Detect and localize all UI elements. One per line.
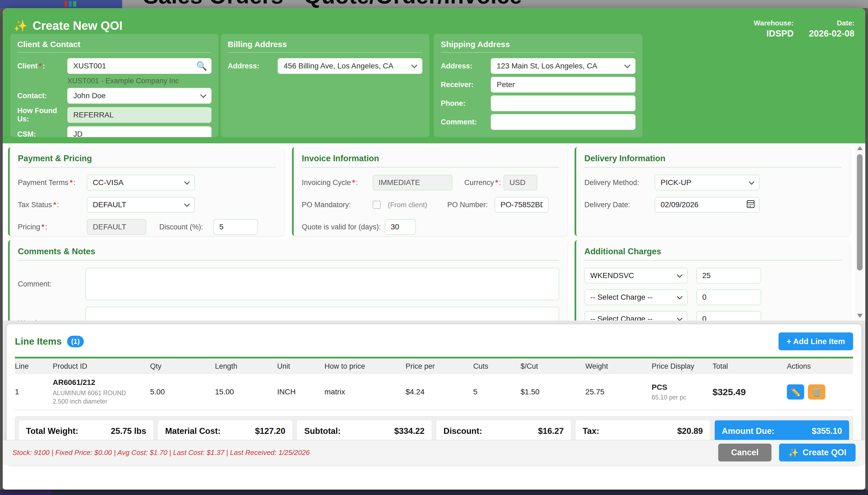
warehouse-info: Warehouse: IDSPD — [753, 19, 794, 39]
sparkles-icon: ✨ — [14, 19, 28, 32]
product-cell: AR6061/212 ALUMINUM 6061 ROUND 2.500 inc… — [53, 378, 150, 406]
po-mandatory-checkbox[interactable] — [372, 201, 381, 209]
modal-title: ✨ Create New QOI — [14, 19, 122, 32]
warning-textarea[interactable] — [85, 307, 559, 321]
how-found-input — [67, 107, 211, 123]
phone-input[interactable] — [491, 96, 636, 111]
billing-address-select[interactable]: 456 Billing Ave, Los Angeles, CA — [278, 58, 422, 74]
background-page-title: Sales Orders - Quote/Order/Invoice — [143, 0, 522, 7]
csm-input[interactable] — [67, 126, 211, 137]
modal-lower-zone: Line Items (1) + Add Line Item Line Prod… — [3, 321, 865, 465]
invoice-information-title: Invoice Information — [302, 154, 559, 168]
charge-amount-input[interactable] — [696, 268, 761, 284]
column-header-qty: Qty — [150, 362, 215, 371]
invoicing-cycle-label: Invoicing Cycle*: — [302, 178, 372, 187]
column-header-price-display: Price Display — [652, 362, 713, 371]
payment-pricing-card: Payment & Pricing Payment Terms*: CC-VIS… — [8, 147, 284, 236]
shipping-comment-label: Comment: — [441, 118, 491, 126]
po-number-label: PO Number: — [447, 201, 494, 209]
payment-pricing-title: Payment & Pricing — [18, 154, 276, 168]
comment-textarea[interactable] — [85, 268, 559, 300]
modal-footer: Stock: 9100 | Fixed Price: $0.00 | Avg C… — [3, 440, 865, 465]
tax-status-select[interactable]: DEFAULT — [87, 197, 195, 212]
invoicing-cycle-value: IMMEDIATE — [372, 175, 452, 190]
date-label: Date: — [809, 19, 854, 27]
date-value: 2026-02-08 — [809, 29, 854, 39]
scroll-down-arrow-icon[interactable] — [857, 314, 863, 318]
trash-icon: 🗑️ — [812, 387, 821, 397]
background-taskbar-accent — [0, 490, 51, 495]
background-page-topbar: Sales Orders - Quote/Order/Invoice — [0, 0, 868, 8]
pricing-label: Pricing*: — [18, 223, 87, 231]
cancel-button[interactable]: Cancel — [718, 444, 772, 461]
modal-title-text: Create New QOI — [32, 19, 122, 32]
currency-value: USD — [503, 175, 537, 190]
search-icon[interactable]: 🔍 — [196, 61, 207, 71]
price-display-cell: PCS 65.10 per pc — [652, 383, 713, 401]
charge-select[interactable]: -- Select Charge -- — [584, 311, 688, 321]
quote-valid-input[interactable] — [385, 219, 416, 235]
how-to-price-value: matrix — [325, 388, 405, 396]
column-header-total: Total — [713, 362, 787, 371]
unit-value: INCH — [277, 388, 325, 396]
add-line-item-button[interactable]: + Add Line Item — [779, 332, 853, 350]
scroll-up-arrow-icon[interactable] — [857, 146, 863, 150]
how-found-label: How Found Us: — [17, 106, 67, 123]
subtotal-box: Subtotal:$334.22 — [297, 420, 432, 442]
po-number-input[interactable] — [494, 197, 549, 212]
column-header-unit: Unit — [277, 362, 325, 371]
create-qoi-modal: ✨ Create New QOI Warehouse: IDSPD Date: … — [3, 8, 865, 490]
client-id-input[interactable] — [67, 58, 211, 74]
stock-info-text: Stock: 9100 | Fixed Price: $0.00 | Avg C… — [13, 448, 310, 457]
background-app-icon — [64, 1, 76, 7]
price-display-unit: PCS — [652, 383, 713, 392]
delivery-method-select[interactable]: PICK-UP — [655, 175, 760, 190]
delete-line-item-button[interactable]: 🗑️ — [808, 385, 825, 399]
additional-charges-title: Additional Charges — [584, 247, 842, 261]
billing-address-card: Billing Address Address: 456 Billing Ave… — [221, 34, 429, 137]
material-cost-box: Material Cost:$127.20 — [158, 420, 293, 442]
additional-charges-card: Additional Charges WKENDSVC -- Select Ch… — [575, 240, 850, 321]
modal-header: ✨ Create New QOI Warehouse: IDSPD Date: … — [3, 8, 865, 143]
scrollbar-thumb[interactable] — [857, 154, 863, 271]
billing-address-title: Billing Address — [228, 40, 422, 53]
line-total-value: $325.49 — [713, 387, 787, 397]
shipping-address-select[interactable]: 123 Main St, Los Angeles, CA — [491, 58, 636, 74]
edit-line-item-button[interactable]: ✏️ — [787, 385, 804, 399]
column-header-cut-price: $/Cut — [521, 362, 586, 371]
discount-input[interactable] — [213, 219, 258, 235]
shipping-address-label: Address: — [441, 62, 491, 70]
shipping-comment-input[interactable] — [491, 114, 636, 130]
quote-valid-label: Quote is valid for (days): — [302, 223, 385, 231]
discount-box: Discount:$16.27 — [436, 420, 571, 442]
product-id: AR6061/212 — [53, 378, 150, 387]
charge-select[interactable]: -- Select Charge -- — [584, 289, 688, 305]
charge-amount-input[interactable] — [696, 289, 761, 305]
payment-terms-select[interactable]: CC-VISA — [87, 175, 195, 190]
calendar-icon[interactable] — [747, 200, 755, 210]
create-qoi-button[interactable]: ✨ Create QOI — [779, 444, 855, 461]
billing-address-label: Address: — [228, 62, 278, 70]
po-mandatory-hint: (From client) — [388, 201, 427, 209]
comments-notes-title: Comments & Notes — [18, 247, 559, 261]
delivery-information-title: Delivery Information — [584, 154, 842, 168]
cut-price-value: $1.50 — [521, 388, 586, 396]
column-header-line: Line — [15, 362, 53, 371]
charge-amount-input[interactable] — [696, 311, 761, 321]
tax-status-label: Tax Status*: — [18, 201, 87, 209]
delivery-method-label: Delivery Method: — [584, 178, 655, 187]
form-scrollbar[interactable] — [855, 143, 864, 321]
receiver-input[interactable] — [491, 77, 636, 92]
tax-box: Tax:$20.89 — [576, 420, 710, 442]
shipping-address-card: Shipping Address Address: 123 Main St, L… — [434, 34, 642, 137]
currency-label: Currency*: — [464, 178, 503, 187]
delivery-date-input[interactable]: 02/09/2026 — [655, 197, 760, 212]
price-per-value: $4.24 — [405, 388, 473, 396]
charge-select[interactable]: WKENDSVC — [584, 268, 688, 284]
product-description: ALUMINUM 6061 ROUND 2.500 inch diameter — [53, 389, 142, 406]
client-contact-title: Client & Contact — [17, 40, 211, 53]
column-header-length: Length — [215, 362, 277, 371]
warehouse-label: Warehouse: — [753, 19, 794, 27]
contact-select[interactable]: John Doe — [67, 88, 211, 104]
price-display-detail: 65.10 per pc — [652, 394, 713, 401]
